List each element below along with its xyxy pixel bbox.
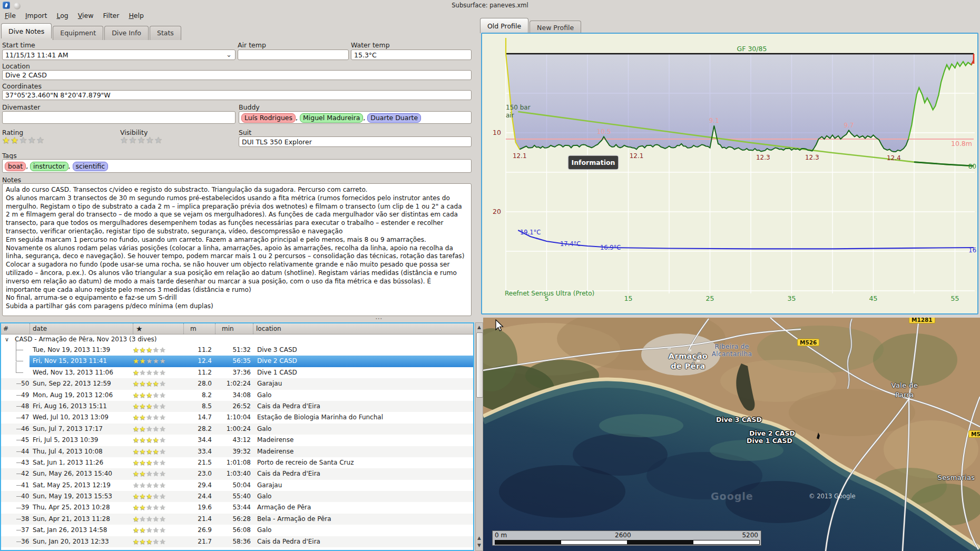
air-temp-input[interactable] <box>238 50 349 60</box>
dive-row[interactable]: 36Sun, Jan 20, 2013 12:33★★★★★21.758:36C… <box>1 536 473 547</box>
menu-item-file[interactable]: File <box>0 10 21 21</box>
map-satellite-view[interactable]: Ribeira deAlcantarilha Armaçãode Pêra Va… <box>483 318 980 551</box>
dive-row[interactable]: Fri, Nov 15, 2013 11:41★★★★★12.456:35Div… <box>1 356 473 367</box>
dive-list-scrollbar[interactable]: ▲ ▲ ▼ <box>475 322 483 551</box>
scroll-up2-icon[interactable]: ▲ <box>476 535 483 540</box>
buddy-input[interactable]: Luís Rodrigues, Miguel Madureira, Duarte… <box>239 111 472 124</box>
dive-row[interactable]: 40Sun, May 19, 2013 15:53★★★★★24.455:40G… <box>1 491 473 502</box>
chart-label: 20 <box>493 208 501 215</box>
tree-dash-icon <box>16 418 21 418</box>
dive-row[interactable]: 45Fri, Jul 5, 2013 10:39★★★★★34.443:12Ma… <box>1 435 473 446</box>
location-input[interactable] <box>2 70 472 80</box>
divemaster-input[interactable] <box>2 111 236 124</box>
menu-item-filter[interactable]: Filter <box>98 10 124 21</box>
menu-item-import[interactable]: Import <box>21 10 52 21</box>
visibility-stars[interactable]: ★★★★★ <box>120 136 163 145</box>
collapse-caret-icon[interactable]: ∨ <box>5 334 9 345</box>
dive-list-table[interactable]: #date★mminlocation ∨ CASD - Armação de P… <box>0 322 474 551</box>
dive-date: Sun, Jul 7, 2013 17:17 <box>30 424 133 435</box>
star-icon: ★ <box>140 458 146 467</box>
horizontal-splitter-handle[interactable]: ⋯ <box>375 317 384 320</box>
dive-duration: 34:08 <box>215 390 253 401</box>
dive-row[interactable]: 39Thu, Apr 25, 2013 10:28★★★★★19.653:44A… <box>1 502 473 513</box>
dive-profile-chart[interactable]: GF 30/85515253545551020150 barair8010.8m… <box>481 33 978 314</box>
chart-label: 12.1 <box>630 152 644 160</box>
water-temp-input[interactable] <box>351 50 472 60</box>
chart-label: 16 <box>968 247 976 254</box>
coordinates-label: Coordinates <box>2 82 42 90</box>
scrollbar-thumb[interactable] <box>476 332 483 398</box>
chip-boat[interactable]: boat <box>5 162 26 171</box>
dive-location: Dive 1 CASD <box>253 367 473 378</box>
dive-row[interactable]: Wed, Nov 13, 2013 11:06★★★★★11.237:36Div… <box>1 367 473 378</box>
tab-stats[interactable]: Stats <box>150 26 181 40</box>
dive-row[interactable]: 46Sun, Jul 7, 2013 17:17★★★★★28.21:00:24… <box>1 424 473 435</box>
menu-item-log[interactable]: Log <box>52 10 73 21</box>
dive-row[interactable]: 42Sun, May 26, 2013 15:40★★★★★23.01:03:4… <box>1 468 473 479</box>
dive-depth: 11.2 <box>183 345 215 356</box>
column-header-stars[interactable]: ★ <box>133 323 183 334</box>
dive-stars: ★★★★★ <box>133 468 183 479</box>
dive-row[interactable]: 47Wed, Jul 10, 2013 13:09★★★★★14.71:10:0… <box>1 412 473 423</box>
dive-stars: ★★★★★ <box>133 457 183 468</box>
column-header-num[interactable]: # <box>1 323 30 334</box>
star-icon: ★ <box>159 413 166 421</box>
menu-item-help[interactable]: Help <box>124 10 149 21</box>
menu-item-view[interactable]: View <box>73 10 99 21</box>
dive-row[interactable]: 49Mon, Aug 19, 2013 12:06★★★★★8.234:08Ga… <box>1 390 473 401</box>
rating-stars[interactable]: ★★★★★ <box>2 136 45 145</box>
chip-scientific[interactable]: scientific <box>73 162 109 171</box>
dive-list-header[interactable]: #date★mminlocation <box>1 323 473 334</box>
dive-number: 40 <box>21 491 31 502</box>
tab-equipment[interactable]: Equipment <box>53 26 103 40</box>
chip-miguel-madureira[interactable]: Miguel Madureira <box>300 113 363 123</box>
dive-depth: 28.0 <box>183 378 215 389</box>
chip-instructor[interactable]: instructor <box>30 162 68 171</box>
star-icon: ★ <box>153 391 160 399</box>
dive-row[interactable]: 50Sun, Sep 22, 2013 12:59★★★★★28.01:02:2… <box>1 378 473 389</box>
star-icon: ★ <box>153 413 160 421</box>
scroll-down-icon[interactable]: ▼ <box>476 543 483 548</box>
start-time-combobox[interactable]: 11/15/13 11:41 AM ⌄ <box>2 50 236 60</box>
dive-row[interactable]: 48Fri, Aug 16, 2013 15:11★★★★★8.526:52Ca… <box>1 401 473 412</box>
dive-row-num: 36 <box>1 536 30 547</box>
tab-dive-info[interactable]: Dive Info <box>104 26 149 40</box>
chart-label: 10.5 <box>597 128 611 135</box>
dive-row[interactable]: Tue, Nov 19, 2013 11:39★★★★★11.251:32Div… <box>1 345 473 356</box>
dive-trip-group-row[interactable]: ∨ CASD - Armação de Pêra, Nov 2013 (3 di… <box>1 334 473 345</box>
tab-dive-notes[interactable]: Dive Notes <box>1 23 52 38</box>
chart-label: 9.7 <box>844 122 854 129</box>
coordinates-input[interactable] <box>2 90 472 100</box>
scroll-up-icon[interactable]: ▲ <box>476 324 483 330</box>
dive-row-num: 41 <box>1 480 30 491</box>
dive-row-num <box>1 367 30 378</box>
column-header-date[interactable]: date <box>30 323 133 334</box>
dive-row[interactable]: 38Sun, Apr 21, 2013 11:28★★★★★21.456:28B… <box>1 514 473 525</box>
dive-row-num <box>1 356 30 367</box>
star-icon: ★ <box>153 469 160 478</box>
star-icon: ★ <box>159 537 166 546</box>
star-icon: ★ <box>140 379 146 388</box>
dive-date: Thu, Jul 4, 2013 10:08 <box>30 446 133 457</box>
tags-input[interactable]: boat, instructor, scientific <box>2 159 472 173</box>
dive-row[interactable]: 44Thu, Jul 4, 2013 10:08★★★★★33.439:32Ma… <box>1 446 473 457</box>
dive-date: Fri, Nov 15, 2013 11:41 <box>30 356 133 367</box>
column-header-depth[interactable]: m <box>183 323 215 334</box>
dive-row[interactable]: 41Sat, May 25, 2013 12:19★★★★★29.450:04G… <box>1 480 473 491</box>
column-header-location[interactable]: location <box>253 323 473 334</box>
tab-old-profile[interactable]: Old Profile <box>480 18 528 33</box>
star-icon: ★ <box>146 469 153 478</box>
suit-input[interactable] <box>239 136 472 147</box>
information-tooltip[interactable]: Information <box>568 155 619 170</box>
chip-luís-rodrigues[interactable]: Luís Rodrigues <box>241 113 296 123</box>
column-header-min[interactable]: min <box>215 323 253 334</box>
star-icon: ★ <box>159 515 166 523</box>
dive-row[interactable]: 37Sat, Jan 26, 2013 14:58★★★★★26.956:08G… <box>1 525 473 536</box>
notes-textarea[interactable]: Aula do curso CASD. Transectos c/video e… <box>2 183 472 316</box>
dive-depth: 33.4 <box>183 446 215 457</box>
chip-duarte-duarte[interactable]: Duarte Duarte <box>367 113 421 123</box>
star-icon: ★ <box>153 447 160 456</box>
dive-row[interactable]: 43Sat, Jun 1, 2013 11:26★★★★★21.51:01:08… <box>1 457 473 468</box>
tree-dash-icon <box>16 395 21 396</box>
dive-stars: ★★★★★ <box>133 446 183 457</box>
